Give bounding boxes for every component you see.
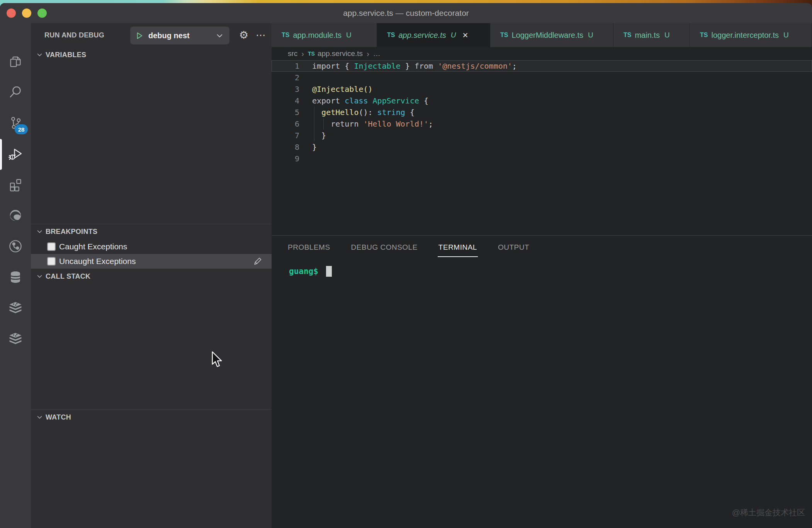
code-line-8[interactable]: 8} [272,141,812,153]
breadcrumb[interactable]: src › TS app.service.ts › … [272,47,812,60]
section-divider [31,410,272,410]
run-and-debug-icon[interactable] [0,140,31,168]
terminal-prompt: guang$ [289,267,318,276]
redis-stack-icon-2[interactable] [0,325,31,353]
variables-section-header[interactable]: VARIABLES [31,48,272,62]
breadcrumb-more[interactable]: … [373,49,381,58]
code-line-3[interactable]: 3@Injectable() [272,83,812,95]
code-line-5[interactable]: 5 getHello(): string { [272,107,812,118]
line-number: 6 [272,118,299,130]
code-text: } [299,141,317,153]
tab-app-service-ts[interactable]: TS app.service.ts U ✕ [377,23,490,47]
window-title: app.service.ts — custom-decorator [0,3,812,23]
git-status-badge: U [783,31,789,39]
panel-tab-debug-console[interactable]: DEBUG CONSOLE [350,237,418,257]
code-lines: 1import { Injectable } from '@nestjs/com… [272,60,812,164]
code-line-1[interactable]: 1import { Injectable } from '@nestjs/com… [272,60,812,72]
breakpoint-row-uncaught-exceptions[interactable]: Uncaught Exceptions [31,254,272,269]
git-status-badge: U [588,31,593,39]
panel-tab-terminal[interactable]: TERMINAL [438,237,478,257]
code-text: getHello(): string { [299,107,414,118]
typescript-file-icon: TS [387,32,395,39]
indent-guide [323,118,324,130]
terminal[interactable]: guang$ [289,266,812,277]
code-editor[interactable]: 1import { Injectable } from '@nestjs/com… [272,60,812,235]
breadcrumb-separator: › [301,49,304,58]
tab-loggermiddleware-ts[interactable]: TS LoggerMiddleware.ts U [490,23,613,47]
checkbox[interactable] [47,257,56,266]
panel-tab-bar: PROBLEMS DEBUG CONSOLE TERMINAL OUTPUT [272,236,812,258]
call-stack-section-header[interactable]: CALL STACK [31,269,272,283]
line-number: 3 [272,83,299,95]
terminal-cursor [326,266,332,277]
chevron-down-icon [37,53,42,56]
more-actions-icon[interactable]: ⋯ [253,23,270,47]
code-line-6[interactable]: 6 return 'Hello World!'; [272,118,812,130]
panel-tab-problems[interactable]: PROBLEMS [287,237,331,257]
gear-icon[interactable]: ⚙ [235,23,253,47]
code-text [299,153,312,164]
code-text: import { Injectable } from '@nestjs/comm… [299,60,517,72]
activity-bar: 28 [0,23,31,528]
section-divider [31,224,272,224]
edit-condition-icon[interactable] [253,257,262,266]
start-debug-icon[interactable] [136,32,143,39]
indent-guide [314,107,314,141]
code-text [299,72,312,83]
code-line-7[interactable]: 7 } [272,130,812,141]
chevron-down-icon [37,230,42,233]
git-status-badge: U [346,31,352,39]
edge-browser-icon[interactable] [0,201,31,229]
line-number: 5 [272,107,299,118]
line-number: 9 [272,153,299,164]
tab-logger-interceptor-ts[interactable]: TS logger.interceptor.ts U [690,23,812,47]
breadcrumb-folder[interactable]: src [288,49,297,58]
screen: app.service.ts — custom-decorator [0,0,812,528]
sidebar-toolbar: RUN AND DEBUG debug nest ⚙ ⋯ [31,23,272,47]
source-control-icon[interactable]: 28 [0,109,31,137]
code-text: export class AppService { [299,95,428,107]
typescript-file-icon: TS [308,51,315,57]
tab-main-ts[interactable]: TS main.ts U [613,23,690,47]
code-text: @Injectable() [299,83,373,95]
explorer-icon[interactable] [0,48,31,76]
code-line-4[interactable]: 4export class AppService { [272,95,812,107]
sidebar-title: RUN AND DEBUG [44,31,104,39]
line-number: 8 [272,141,299,153]
typescript-file-icon: TS [500,32,508,39]
typescript-file-icon: TS [700,32,708,39]
close-tab-icon[interactable]: ✕ [462,31,469,40]
panel-tab-output[interactable]: OUTPUT [497,237,530,257]
launch-config-name: debug nest [148,31,217,40]
extensions-icon[interactable] [0,171,31,198]
breadcrumb-file[interactable]: app.service.ts [318,49,363,58]
launch-config-dropdown[interactable]: debug nest [130,27,229,44]
breakpoint-row-caught-exceptions[interactable]: Caught Exceptions [31,239,272,254]
breadcrumb-separator: › [367,49,369,58]
title-bar: app.service.ts — custom-decorator [0,3,812,23]
code-text: } [299,130,326,141]
search-icon[interactable] [0,78,31,106]
chevron-down-icon [217,34,223,37]
code-line-2[interactable]: 2 [272,72,812,83]
source-control-badge: 28 [15,124,28,134]
line-number: 4 [272,95,299,107]
editor-group: TS app.module.ts U TS app.service.ts U ✕… [272,23,812,528]
redis-stack-icon[interactable] [0,294,31,322]
chevron-down-icon [37,416,42,419]
code-text: return 'Hello World!'; [299,118,433,130]
checkbox[interactable] [47,242,56,251]
git-status-badge: U [451,31,456,39]
database-icon[interactable] [0,263,31,291]
editor-tab-bar: TS app.module.ts U TS app.service.ts U ✕… [272,23,812,47]
typescript-file-icon: TS [282,32,289,39]
watch-section-header[interactable]: WATCH [31,410,272,424]
tab-app-module-ts[interactable]: TS app.module.ts U [272,23,377,47]
breakpoints-section-header[interactable]: BREAKPOINTS [31,225,272,239]
code-line-9[interactable]: 9 [272,153,812,164]
git-graph-icon[interactable] [0,232,31,260]
typescript-file-icon: TS [623,32,631,39]
mouse-cursor [211,351,222,368]
line-number: 2 [272,72,299,83]
watermark: @稀土掘金技术社区 [732,507,805,518]
